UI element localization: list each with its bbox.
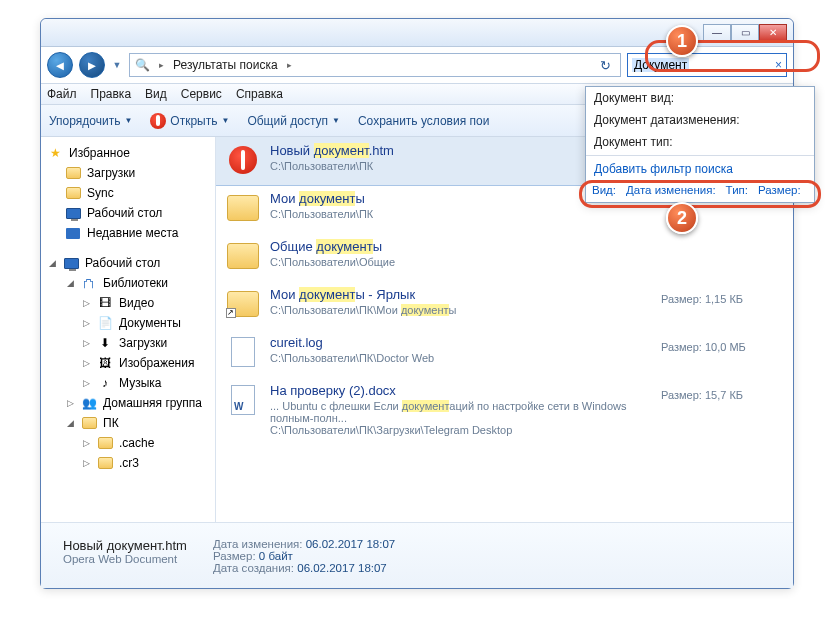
add-filter-label: Добавить фильтр поиска [586, 158, 814, 180]
organize-button[interactable]: Упорядочить ▼ [49, 114, 132, 128]
maximize-button[interactable]: ▭ [731, 24, 759, 42]
expand-icon[interactable]: ▷ [81, 458, 91, 468]
filter-kind[interactable]: Вид: [592, 184, 616, 196]
sidebar-desktop-root[interactable]: ◢Рабочий стол [47, 253, 213, 273]
menu-view[interactable]: Вид [145, 87, 167, 101]
details-filetype: Opera Web Document [63, 553, 187, 565]
breadcrumb-text: Результаты поиска [173, 58, 278, 72]
address-bar[interactable]: 🔍 ▸ Результаты поиска ▸ ↻ [129, 53, 621, 77]
word-file-icon [231, 385, 255, 415]
video-icon: 🎞 [97, 295, 113, 311]
search-term: Документ [632, 58, 689, 72]
result-row[interactable]: Мои документы - ЯрлыкC:\Пользователи\ПК\… [216, 281, 793, 329]
result-meta: Размер: 10,0 МБ [661, 335, 781, 369]
suggest-kind[interactable]: Документ вид: [586, 87, 814, 109]
details-size-label: Размер: [213, 550, 256, 562]
details-pane: Новый документ.htm Opera Web Document Да… [41, 522, 793, 588]
result-row[interactable]: cureit.logC:\Пользователи\ПК\Doctor WebР… [216, 329, 793, 377]
annotation-badge-2: 2 [666, 202, 698, 234]
suggest-type[interactable]: Документ тип: [586, 131, 814, 153]
expand-icon[interactable]: ▷ [81, 438, 91, 448]
sidebar-item-recent[interactable]: Недавние места [47, 223, 213, 243]
result-path: C:\Пользователи\Общие [270, 256, 651, 268]
search-results-icon: 🔍 [134, 57, 150, 73]
music-icon: ♪ [97, 375, 113, 391]
opera-icon [229, 146, 257, 174]
expand-icon[interactable]: ▷ [81, 338, 91, 348]
filter-date[interactable]: Дата изменения: [626, 184, 716, 196]
pc-icon [82, 417, 97, 429]
result-title: На проверку (2).docx [270, 383, 651, 398]
result-row[interactable]: На проверку (2).docx... Ubuntu с флешки … [216, 377, 793, 444]
documents-icon: 📄 [97, 315, 113, 331]
result-title: Мои документы - Ярлык [270, 287, 651, 302]
menu-file[interactable]: Файл [47, 87, 77, 101]
clear-search-icon[interactable]: × [775, 58, 782, 72]
sidebar-item-sync[interactable]: Sync [47, 183, 213, 203]
folder-icon [98, 437, 113, 449]
desktop-icon [64, 258, 79, 269]
sidebar-item-cr3[interactable]: ▷.cr3 [47, 453, 213, 473]
homegroup-icon: 👥 [81, 395, 97, 411]
sidebar-item-video[interactable]: ▷🎞Видео [47, 293, 213, 313]
result-path: C:\Пользователи\ПК [270, 208, 651, 220]
sidebar-item-pictures[interactable]: ▷🖼Изображения [47, 353, 213, 373]
refresh-button[interactable]: ↻ [594, 58, 616, 73]
collapse-icon[interactable]: ◢ [47, 258, 57, 268]
expand-icon[interactable]: ▷ [81, 318, 91, 328]
expand-icon[interactable]: ▷ [81, 378, 91, 388]
close-button[interactable]: ✕ [759, 24, 787, 42]
details-modified-label: Дата изменения: [213, 538, 303, 550]
folder-shortcut-icon [227, 291, 259, 317]
result-path: C:\Пользователи\ПК\Мои документы [270, 304, 651, 316]
result-path: C:\Пользователи\ПК\Загрузки\Telegram Des… [270, 424, 651, 436]
menu-help[interactable]: Справка [236, 87, 283, 101]
sidebar-libraries[interactable]: ◢⛫Библиотеки [47, 273, 213, 293]
sidebar-pc[interactable]: ◢ПК [47, 413, 213, 433]
collapse-icon[interactable]: ◢ [65, 278, 75, 288]
sidebar-item-downloads[interactable]: ▷⬇Загрузки [47, 333, 213, 353]
search-input[interactable]: Документ × [627, 53, 787, 77]
folder-icon [66, 187, 81, 199]
recent-icon [66, 228, 80, 239]
sidebar-item-cache[interactable]: ▷.cache [47, 433, 213, 453]
expand-icon[interactable]: ▷ [65, 398, 75, 408]
chevron-icon[interactable]: ▸ [287, 60, 292, 70]
details-modified-value: 06.02.2017 18:07 [306, 538, 396, 550]
sidebar: ★Избранное Загрузки Sync Рабочий стол Не… [41, 137, 216, 522]
open-button[interactable]: Открыть ▼ [150, 113, 229, 129]
details-created-value: 06.02.2017 18:07 [297, 562, 387, 574]
minimize-button[interactable]: — [703, 24, 731, 42]
sidebar-item-desktop[interactable]: Рабочий стол [47, 203, 213, 223]
sidebar-item-music[interactable]: ▷♪Музыка [47, 373, 213, 393]
forward-button[interactable]: ► [79, 52, 105, 78]
menu-tools[interactable]: Сервис [181, 87, 222, 101]
result-path: ... Ubuntu с флешки Если документаций по… [270, 400, 651, 424]
share-button[interactable]: Общий доступ ▼ [247, 114, 340, 128]
menu-edit[interactable]: Правка [91, 87, 132, 101]
result-path: C:\Пользователи\ПК\Doctor Web [270, 352, 651, 364]
suggest-datemodified[interactable]: Документ датаизменения: [586, 109, 814, 131]
sidebar-item-downloads[interactable]: Загрузки [47, 163, 213, 183]
sidebar-favorites[interactable]: ★Избранное [47, 143, 213, 163]
save-search-button[interactable]: Сохранить условия пои [358, 114, 489, 128]
libraries-icon: ⛫ [81, 275, 97, 291]
file-icon [231, 337, 255, 367]
downloads-icon: ⬇ [97, 335, 113, 351]
folder-icon [66, 167, 81, 179]
expand-icon[interactable]: ▷ [81, 298, 91, 308]
expand-icon[interactable]: ▷ [81, 358, 91, 368]
result-meta [661, 239, 781, 273]
sidebar-homegroup[interactable]: ▷👥Домашняя группа [47, 393, 213, 413]
result-row[interactable]: Общие документыC:\Пользователи\Общие [216, 233, 793, 281]
chevron-icon: ▸ [159, 60, 164, 70]
collapse-icon[interactable]: ◢ [65, 418, 75, 428]
history-dropdown[interactable]: ▼ [111, 52, 123, 78]
opera-icon [150, 113, 166, 129]
back-button[interactable]: ◄ [47, 52, 73, 78]
filter-type[interactable]: Тип: [726, 184, 748, 196]
search-suggest-panel: Документ вид: Документ датаизменения: До… [585, 86, 815, 203]
sidebar-item-documents[interactable]: ▷📄Документы [47, 313, 213, 333]
result-meta: Размер: 1,15 КБ [661, 287, 781, 321]
filter-size[interactable]: Размер: [758, 184, 801, 196]
